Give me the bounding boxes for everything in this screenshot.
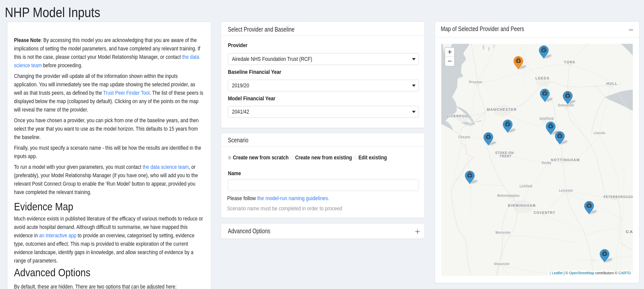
svg-text:Wolverhampton: Wolverhampton — [497, 194, 520, 198]
svg-text:COVENTRY: COVENTRY — [534, 210, 555, 215]
svg-text:MANCHESTER: MANCHESTER — [487, 107, 517, 112]
svg-text:BIRMINGHAM: BIRMINGHAM — [508, 203, 536, 208]
svg-text:HULL: HULL — [606, 81, 618, 86]
svg-text:Leicester: Leicester — [559, 188, 573, 192]
svg-text:Sheffield: Sheffield — [539, 117, 554, 121]
svg-text:Doncaster: Doncaster — [558, 103, 574, 107]
svg-text:Lichfield: Lichfield — [520, 184, 532, 188]
svg-text:CA: CA — [626, 229, 633, 234]
svg-text:LIVERPOOL: LIVERPOOL — [447, 114, 471, 118]
svg-text:Chester: Chester — [458, 135, 471, 139]
svg-text:TRENT: TRENT — [500, 154, 512, 158]
svg-text:Worcester: Worcester — [495, 230, 511, 235]
svg-text:PETERBOROUGH: PETERBOROUGH — [604, 195, 633, 199]
svg-text:Derby: Derby — [542, 161, 551, 165]
svg-text:Gloucester: Gloucester — [494, 262, 510, 266]
svg-text:Preston: Preston — [469, 80, 482, 84]
svg-text:NOTTINGHAM: NOTTINGHAM — [551, 158, 580, 162]
svg-text:Lincoln: Lincoln — [594, 131, 605, 135]
svg-text:YORK: YORK — [564, 60, 576, 64]
svg-text:LEEDS: LEEDS — [535, 76, 550, 80]
